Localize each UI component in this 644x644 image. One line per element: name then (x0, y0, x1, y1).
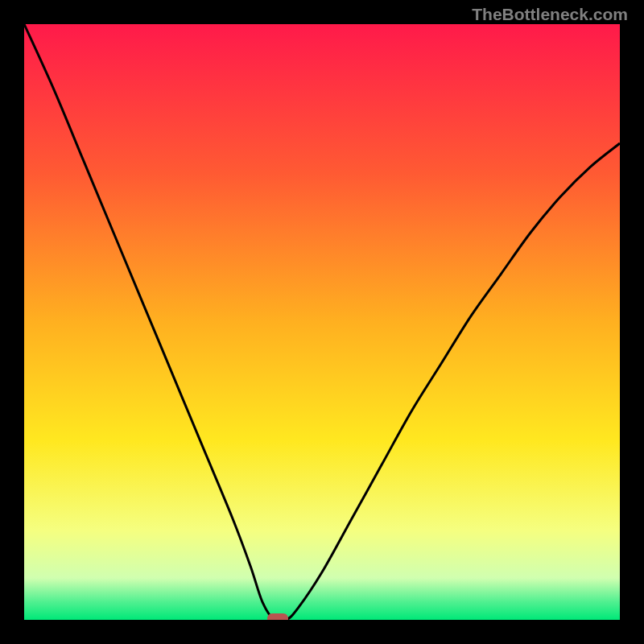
watermark-text: TheBottleneck.com (472, 5, 628, 24)
bottleneck-curve (24, 24, 620, 620)
minimum-marker (267, 613, 288, 620)
chart-plot-area (24, 24, 620, 620)
